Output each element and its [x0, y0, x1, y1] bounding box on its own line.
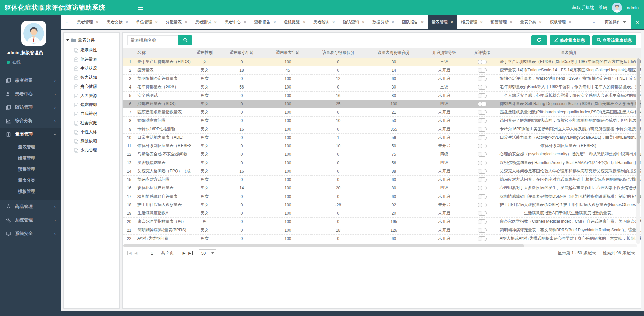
table-row[interactable]: 4老年抑郁量表（GDS）男女56100030三级老年抑郁量表由Brink等人于1… [123, 83, 641, 91]
sidebar-item-系统安全[interactable]: 系统安全› [0, 227, 61, 240]
sidebar-item-量表管理[interactable]: 量表管理› [0, 128, 61, 141]
table-row[interactable]: 3简明惧怕否定评价量表男女01001260未开启惧怕否定评价量表：Watson和… [123, 74, 641, 83]
column-header-适用最小年龄[interactable]: 适用最小年龄 [218, 48, 265, 58]
vertical-scrollbar-thumb[interactable] [637, 58, 640, 204]
tab-模板管理[interactable]: 模板管理✕ [546, 15, 576, 29]
column-header-适用最大年龄[interactable]: 适用最大年龄 [265, 48, 311, 58]
column-header-该量表可得最高分[interactable]: 该量表可得最高分 [366, 48, 421, 58]
table-row[interactable]: 6抑郁自评量表（SDS）男女010025100四级抑郁自评量表 Self-Rat… [123, 100, 641, 108]
sidebar-subitem-量表分类[interactable]: 量表分类 [0, 175, 61, 186]
tab-close-icon[interactable]: ✕ [420, 20, 424, 24]
table-row[interactable]: 11锥体外系副反应量表（RESES）男女01001050未开启锥体外系副反应量表… [123, 142, 641, 150]
table-row[interactable]: 5安全感测试男女01001680未开启一个人缺乏安全感，心理成长就会停滞，而有安… [123, 91, 641, 100]
resume-toggle[interactable] [478, 186, 487, 190]
page-number-input[interactable] [146, 250, 158, 257]
table-row[interactable]: 20康奈尔医学指数量表（男）男01000195未开启康奈尔医学指数（Cornel… [123, 217, 641, 226]
tab-患者测试[interactable]: 患者测试✕ [192, 15, 221, 29]
column-header-允许续作[interactable]: 允许续作 [467, 48, 497, 58]
tab-close-icon[interactable]: ✕ [568, 20, 572, 24]
tree-item-他评量表[interactable]: 他评量表 [66, 55, 117, 64]
resume-toggle[interactable] [478, 236, 487, 241]
tab-close-icon[interactable]: ✕ [184, 20, 188, 24]
tree-expand-icon[interactable] [66, 39, 69, 41]
table-row[interactable]: 10日常生活能力量表（ADL）男女0100156未开启日常生活能力量表（Acti… [123, 133, 641, 142]
close-all-tabs-icon[interactable]: ✕ [631, 15, 644, 29]
resume-toggle[interactable] [478, 194, 487, 199]
sidebar-subitem-模板管理[interactable]: 模板管理 [0, 186, 61, 197]
tree-item-人力资源[interactable]: 人力资源 [66, 91, 117, 100]
column-header-开启预警等级[interactable]: 开启预警等级 [421, 48, 467, 58]
tree-item-社会家庭[interactable]: 社会家庭 [66, 118, 117, 128]
resume-toggle[interactable] [478, 161, 487, 165]
tab-close-icon[interactable]: ✕ [539, 20, 542, 24]
tabs-scroll-left-icon[interactable]: « [61, 15, 73, 29]
resume-toggle[interactable] [478, 110, 487, 115]
table-row[interactable]: 16躯体化症状自评量表男女141002080四级心理因素对于大多数疾病的发生、发… [123, 184, 641, 192]
tab-数据分析[interactable]: 数据分析✕ [369, 15, 398, 29]
resume-toggle[interactable] [478, 228, 487, 233]
resume-toggle[interactable] [478, 76, 487, 81]
table-row[interactable]: 2疲劳量表男女1845014未开启疲劳量表-14[1](FatigueScale… [123, 66, 641, 74]
tab-close-icon[interactable]: ✕ [361, 20, 365, 24]
tab-close-icon[interactable]: ✕ [95, 20, 99, 24]
resume-toggle[interactable] [478, 118, 487, 123]
sidebar-item-患者档案[interactable]: 患者档案› [0, 74, 61, 87]
user-avatar[interactable] [612, 3, 622, 13]
resume-toggle[interactable] [478, 102, 487, 106]
sidebar-subitem-量表管理[interactable]: 量表管理 [0, 142, 61, 153]
next-page-icon[interactable]: ▶ [183, 251, 185, 255]
first-page-icon[interactable]: ◀ [127, 251, 131, 255]
tab-close-icon[interactable]: ✕ [155, 20, 158, 24]
tab-患者交接[interactable]: 患者交接✕ [103, 15, 132, 29]
column-header-适用性别[interactable]: 适用性别 [191, 48, 218, 58]
resume-toggle[interactable] [478, 211, 487, 216]
sidebar-subitem-维度管理[interactable]: 维度管理 [0, 153, 61, 164]
tree-root-scale-category[interactable]: 量表分类 [66, 37, 117, 43]
hamburger-icon[interactable] [138, 6, 143, 10]
resume-toggle[interactable] [478, 68, 487, 73]
tab-close-icon[interactable]: ✕ [332, 20, 335, 24]
resume-toggle[interactable] [478, 60, 487, 64]
table-row[interactable]: 8婚姻满意度问卷男女01001050未开启该问卷是了解您的婚姻状态的，虽然它不能… [123, 116, 641, 125]
tree-item-身心健康[interactable]: 身心健康 [66, 82, 117, 91]
table-row[interactable]: 13汉密顿焦虑量表男女0100056四级汉密尔顿焦虑量表( Hamilton A… [123, 159, 641, 167]
table-row[interactable]: 14艾森克人格问卷（EPQ）（成人）男女16100088未开启艾森克人格问卷是英… [123, 167, 641, 175]
sidebar-item-药品管理[interactable]: 药品管理› [0, 200, 61, 213]
tab-close-icon[interactable]: ✕ [273, 20, 276, 24]
refresh-button[interactable] [531, 35, 547, 45]
profile-avatar[interactable] [21, 21, 46, 46]
last-page-icon[interactable]: ▶ [188, 251, 192, 255]
sidebar-subitem-预警管理[interactable]: 预警管理 [0, 164, 61, 175]
tab-close-icon[interactable]: ✕ [302, 20, 306, 24]
tree-item-智力认知[interactable]: 智力认知 [66, 73, 117, 82]
tab-预警管理[interactable]: 预警管理✕ [487, 15, 517, 29]
tab-close-icon[interactable]: ✕ [214, 20, 217, 24]
edit-scale-button[interactable]: 修改量表信息 [550, 35, 590, 45]
resume-toggle[interactable] [478, 177, 487, 182]
tab-患者中心[interactable]: 患者中心✕ [221, 15, 251, 29]
tree-item-个性人格[interactable]: 个性人格 [66, 128, 117, 137]
tree-item-少儿心理[interactable]: 少儿心理 [66, 146, 117, 155]
resume-toggle[interactable] [478, 93, 487, 98]
resume-toggle[interactable] [478, 219, 487, 224]
table-row[interactable]: 7匹茨堡睡眠质量指数量表男女0100021未开启匹兹堡睡眠质量指数(Pittsb… [123, 108, 641, 116]
tree-item-焦虑抑郁[interactable]: 焦虑抑郁 [66, 100, 117, 109]
tab-查看报告[interactable]: 查看报告✕ [250, 15, 280, 29]
tab-随访查询[interactable]: 随访查询✕ [339, 15, 369, 29]
page-size-select[interactable]: 50 [199, 249, 216, 257]
resume-toggle[interactable] [478, 135, 487, 140]
tab-分配量表[interactable]: 分配量表✕ [162, 15, 192, 29]
sidebar-item-系统管理[interactable]: 系统管理› [0, 213, 61, 227]
tab-患者管理[interactable]: 患者管理✕ [73, 15, 103, 29]
resume-toggle[interactable] [478, 169, 487, 174]
qr-code-link[interactable]: 获取手机端二维码 [572, 5, 607, 11]
table-row[interactable]: 21简明精神病(科)量表(BPRS)男女010018126未开启简明精神病评定量… [123, 226, 641, 234]
tree-item-婚姻两性[interactable]: 婚姻两性 [66, 46, 117, 55]
resume-toggle[interactable] [478, 203, 487, 207]
tab-患者随访[interactable]: 患者随访✕ [310, 15, 339, 29]
resume-toggle[interactable] [478, 127, 487, 132]
tab-量表分类[interactable]: 量表分类✕ [517, 15, 546, 29]
tab-单位管理[interactable]: 单位管理✕ [132, 15, 162, 29]
column-header-量表简介[interactable]: 量表简介 [497, 48, 641, 58]
resume-toggle[interactable] [478, 85, 487, 90]
